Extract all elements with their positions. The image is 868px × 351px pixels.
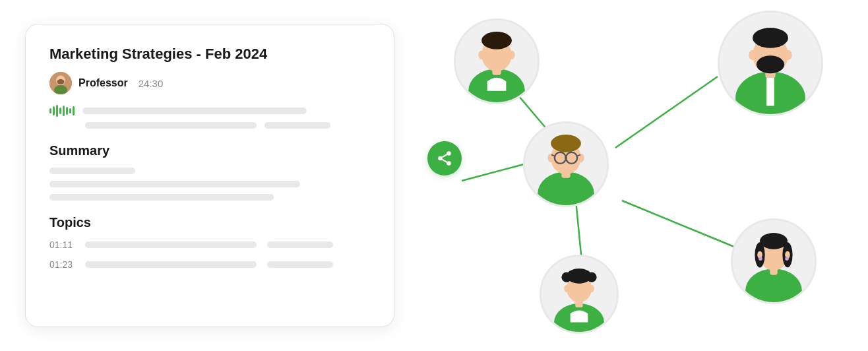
summary-skeleton-2 (49, 181, 300, 187)
professor-name: Professor (78, 77, 128, 89)
svg-point-61 (759, 257, 762, 261)
svg-line-6 (615, 77, 718, 148)
svg-point-26 (753, 28, 788, 48)
skeleton-bar-1 (85, 122, 257, 129)
topic-row-1: 01:11 (49, 239, 370, 250)
svg-point-19 (478, 51, 485, 59)
svg-point-11 (447, 161, 451, 166)
content-card: Marketing Strategies - Feb 2024 Professo… (25, 24, 394, 327)
topic-skeleton-2b (267, 261, 333, 268)
summary-skeleton-3 (49, 194, 274, 201)
topic-skeleton-1a (85, 241, 257, 248)
audio-sub-row (49, 122, 370, 129)
avatar (49, 72, 72, 94)
svg-point-34 (551, 135, 581, 152)
svg-line-13 (442, 154, 447, 157)
svg-point-29 (784, 50, 792, 60)
person-1 (454, 18, 540, 104)
professor-duration: 24:30 (139, 78, 164, 89)
waveform-icon (49, 105, 75, 117)
topic-row-2: 01:23 (49, 259, 370, 270)
audio-row[interactable] (49, 105, 370, 117)
topic-skeleton-1b (267, 241, 333, 248)
person-4 (540, 255, 619, 334)
person-3 (523, 121, 609, 207)
svg-line-12 (442, 160, 447, 162)
share-button[interactable] (427, 141, 462, 176)
summary-heading: Summary (49, 143, 370, 158)
svg-point-18 (481, 32, 512, 49)
topic-time-1: 01:11 (49, 239, 75, 250)
topics-heading: Topics (49, 215, 370, 230)
svg-rect-23 (766, 74, 774, 106)
network-diagram (394, 11, 843, 340)
share-icon (436, 150, 453, 167)
svg-point-51 (589, 285, 594, 292)
page-container: Marketing Strategies - Feb 2024 Professo… (0, 0, 868, 351)
svg-line-8 (622, 201, 737, 248)
topic-skeleton-2a (85, 261, 257, 268)
summary-content (49, 168, 370, 201)
card-title: Marketing Strategies - Feb 2024 (49, 46, 370, 63)
svg-point-28 (749, 50, 757, 60)
audio-progress-bar (82, 108, 307, 114)
svg-point-10 (438, 156, 443, 161)
svg-point-9 (447, 151, 451, 156)
person-2 (718, 11, 823, 116)
svg-point-56 (760, 233, 788, 249)
svg-point-20 (509, 51, 515, 59)
svg-point-48 (561, 272, 571, 282)
svg-point-27 (757, 55, 784, 73)
skeleton-bar-2 (264, 122, 330, 129)
summary-skeleton-1 (49, 168, 135, 174)
topic-time-2: 01:23 (49, 259, 75, 270)
svg-point-2 (57, 79, 65, 84)
professor-row: Professor 24:30 (49, 72, 370, 94)
svg-point-62 (785, 257, 789, 261)
person-5 (731, 218, 817, 304)
svg-point-49 (586, 272, 596, 282)
svg-point-50 (564, 285, 569, 292)
